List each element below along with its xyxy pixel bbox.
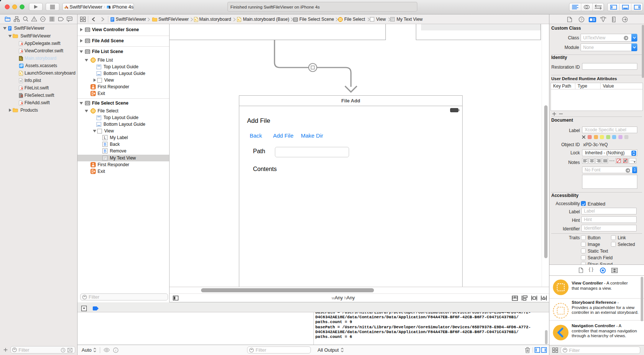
svg-text:i: i — [115, 348, 116, 352]
svg-text:?: ? — [581, 17, 582, 22]
